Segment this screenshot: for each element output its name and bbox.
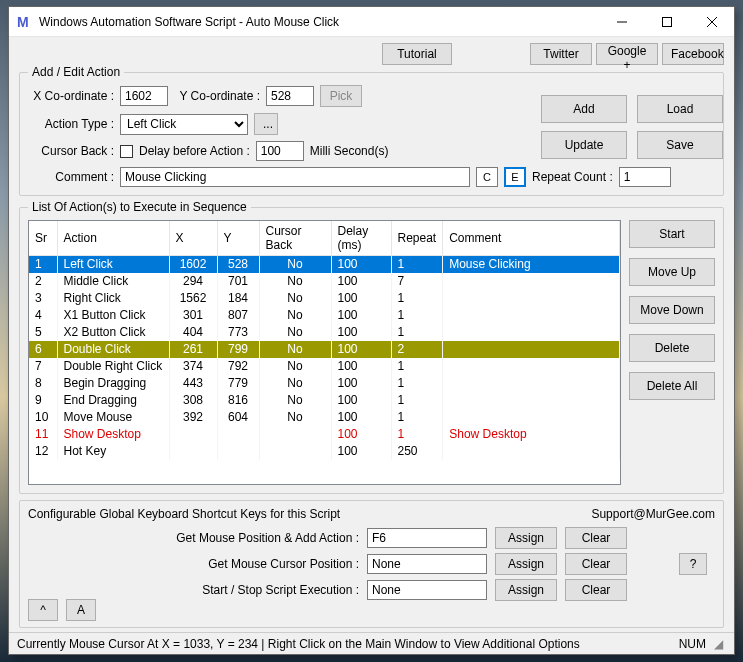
twitter-button[interactable]: Twitter [530,43,592,65]
deleteall-button[interactable]: Delete All [629,372,715,400]
col-x[interactable]: X [169,221,217,256]
col-sr[interactable]: Sr [29,221,57,256]
repeat-count-label: Repeat Count : [532,170,613,184]
table-row[interactable]: 8Begin Dragging443779No1001 [29,375,620,392]
cell-delay: 100 [331,375,391,392]
cell-y: 773 [217,324,259,341]
action-table[interactable]: Sr Action X Y Cursor Back Delay (ms) Rep… [28,220,621,485]
col-action[interactable]: Action [57,221,169,256]
col-repeat[interactable]: Repeat [391,221,443,256]
cursor-back-checkbox[interactable] [120,145,133,158]
cell-comment [443,341,620,358]
cell-x: 308 [169,392,217,409]
hk3-label: Start / Stop Script Execution : [202,583,359,597]
cell-repeat: 1 [391,324,443,341]
cell-repeat: 1 [391,426,443,443]
statusbar: Currently Mouse Cursor At X = 1033, Y = … [9,632,734,654]
cell-sr: 10 [29,409,57,426]
table-row[interactable]: 3Right Click1562184No1001 [29,290,620,307]
cell-comment [443,392,620,409]
cell-action: Show Desktop [57,426,169,443]
cell-cb: No [259,358,331,375]
cell-action: Move Mouse [57,409,169,426]
content-area: Tutorial Twitter Google + Facebook Add /… [9,37,734,632]
start-button[interactable]: Start [629,220,715,248]
c-button[interactable]: C [476,167,498,187]
table-row[interactable]: 12Hot Key100250 [29,443,620,460]
col-y[interactable]: Y [217,221,259,256]
action-type-select[interactable]: Left Click [120,114,248,135]
cell-y: 528 [217,256,259,273]
hk1-assign[interactable]: Assign [495,527,557,549]
add-button[interactable]: Add [541,95,627,123]
close-button[interactable] [689,7,734,36]
a-button[interactable]: A [66,599,96,621]
load-button[interactable]: Load [637,95,723,123]
hk2-assign[interactable]: Assign [495,553,557,575]
support-link[interactable]: Support@MurGee.com [591,507,715,521]
table-row[interactable]: 9End Dragging308816No1001 [29,392,620,409]
cell-comment [443,290,620,307]
cell-delay: 100 [331,307,391,324]
cell-sr: 1 [29,256,57,273]
google-button[interactable]: Google + [596,43,658,65]
cell-repeat: 1 [391,256,443,273]
facebook-button[interactable]: Facebook [662,43,724,65]
y-coord-input[interactable] [266,86,314,106]
cell-y: 701 [217,273,259,290]
movedown-button[interactable]: Move Down [629,296,715,324]
comment-input[interactable] [120,167,470,187]
svg-rect-1 [662,17,671,26]
moveup-button[interactable]: Move Up [629,258,715,286]
cell-delay: 100 [331,256,391,273]
table-row[interactable]: 2Middle Click294701No1007 [29,273,620,290]
hk3-clear[interactable]: Clear [565,579,627,601]
cell-delay: 100 [331,324,391,341]
pick-button[interactable]: Pick [320,85,362,107]
status-text: Currently Mouse Cursor At X = 1033, Y = … [17,637,671,651]
delete-button[interactable]: Delete [629,334,715,362]
caret-up-button[interactable]: ^ [28,599,58,621]
hk2-clear[interactable]: Clear [565,553,627,575]
repeat-count-input[interactable] [619,167,671,187]
cell-repeat: 1 [391,290,443,307]
table-row[interactable]: 6Double Click261799No1002 [29,341,620,358]
cell-repeat: 1 [391,392,443,409]
table-row[interactable]: 7Double Right Click374792No1001 [29,358,620,375]
tutorial-button[interactable]: Tutorial [382,43,452,65]
col-cb[interactable]: Cursor Back [259,221,331,256]
e-button[interactable]: E [504,167,526,187]
hk2-input[interactable] [367,554,487,574]
col-delay[interactable]: Delay (ms) [331,221,391,256]
hk1-input[interactable] [367,528,487,548]
maximize-button[interactable] [644,7,689,36]
cell-cb [259,443,331,460]
cursor-back-label: Cursor Back : [28,144,114,158]
help-button[interactable]: ? [679,553,707,575]
hk1-clear[interactable]: Clear [565,527,627,549]
resize-grip-icon[interactable]: ◢ [714,637,726,651]
table-row[interactable]: 11Show Desktop1001Show Desktop [29,426,620,443]
table-row[interactable]: 1Left Click1602528No1001Mouse Clicking [29,256,620,273]
cell-y [217,426,259,443]
hk3-input[interactable] [367,580,487,600]
cell-y: 184 [217,290,259,307]
cell-action: X1 Button Click [57,307,169,324]
table-row[interactable]: 4X1 Button Click301807No1001 [29,307,620,324]
minimize-button[interactable] [599,7,644,36]
titlebar[interactable]: M Windows Automation Software Script - A… [9,7,734,37]
x-coord-input[interactable] [120,86,168,106]
update-button[interactable]: Update [541,131,627,159]
cell-sr: 2 [29,273,57,290]
cell-sr: 7 [29,358,57,375]
cell-action: Double Right Click [57,358,169,375]
cell-delay: 100 [331,358,391,375]
table-row[interactable]: 5X2 Button Click404773No1001 [29,324,620,341]
hk3-assign[interactable]: Assign [495,579,557,601]
save-button[interactable]: Save [637,131,723,159]
col-comment[interactable]: Comment [443,221,620,256]
cell-action: X2 Button Click [57,324,169,341]
table-row[interactable]: 10Move Mouse392604No1001 [29,409,620,426]
action-type-more-button[interactable]: ... [254,113,278,135]
delay-input[interactable] [256,141,304,161]
